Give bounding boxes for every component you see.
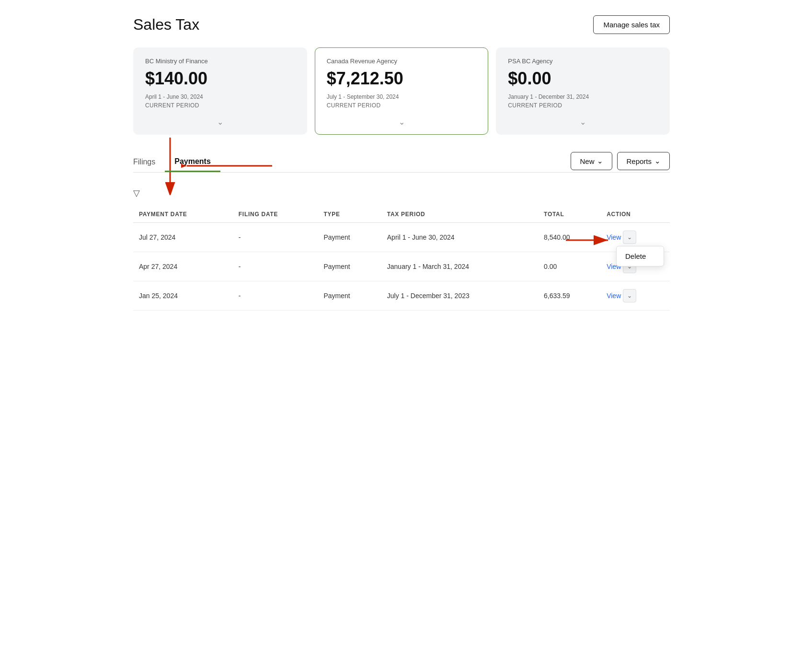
- delete-item-1[interactable]: Delete: [617, 246, 664, 266]
- tax-card-bc-ministry[interactable]: BC Ministry of Finance $140.00 April 1 -…: [133, 47, 307, 135]
- payments-table: PAYMENT DATE FILING DATE TYPE TAX PERIOD…: [133, 207, 670, 311]
- card-amount-1: $140.00: [145, 69, 295, 89]
- card-amount-3: $0.00: [508, 69, 658, 89]
- card-agency-2: Canada Revenue Agency: [327, 58, 477, 65]
- new-button-label: New: [580, 157, 594, 165]
- manage-sales-tax-button[interactable]: Manage sales tax: [593, 15, 670, 34]
- cell-type-3: Payment: [318, 281, 381, 311]
- action-dropdown-1: Delete: [616, 246, 664, 266]
- cell-tax-period-1: April 1 - June 30, 2024: [381, 223, 538, 252]
- card-chevron-3: ⌄: [508, 117, 658, 127]
- reports-chevron-icon: ⌄: [654, 157, 661, 165]
- card-period-2: July 1 - September 30, 2024 CURRENT PERI…: [327, 93, 477, 110]
- new-chevron-icon: ⌄: [597, 157, 603, 165]
- col-total: TOTAL: [538, 207, 601, 223]
- cell-total-1: 8,540.00: [538, 223, 601, 252]
- cell-payment-date-3: Jan 25, 2024: [133, 281, 233, 311]
- col-payment-date: PAYMENT DATE: [133, 207, 233, 223]
- cell-payment-date-2: Apr 27, 2024: [133, 252, 233, 281]
- table-row: Jan 25, 2024 - Payment July 1 - December…: [133, 281, 670, 311]
- view-link-1[interactable]: View: [607, 233, 621, 241]
- col-action: ACTION: [601, 207, 670, 223]
- cell-tax-period-2: January 1 - March 31, 2024: [381, 252, 538, 281]
- table-row: Apr 27, 2024 - Payment January 1 - March…: [133, 252, 670, 281]
- col-tax-period: TAX PERIOD: [381, 207, 538, 223]
- cell-filing-date-1: -: [233, 223, 318, 252]
- tax-agency-cards: BC Ministry of Finance $140.00 April 1 -…: [133, 47, 670, 135]
- reports-button[interactable]: Reports ⌄: [617, 152, 670, 170]
- cell-filing-date-3: -: [233, 281, 318, 311]
- action-buttons-area: New ⌄ Reports ⌄: [571, 152, 670, 170]
- page-title: Sales Tax: [133, 16, 199, 34]
- filter-icon[interactable]: ▽: [133, 188, 670, 198]
- cell-action-1: View ⌄ Delete: [601, 223, 670, 252]
- card-chevron-2: ⌄: [327, 117, 477, 127]
- cell-total-2: 0.00: [538, 252, 601, 281]
- table-row: Jul 27, 2024 - Payment April 1 - June 30…: [133, 223, 670, 252]
- card-chevron-1: ⌄: [145, 117, 295, 127]
- card-amount-2: $7,212.50: [327, 69, 477, 89]
- cell-tax-period-3: July 1 - December 31, 2023: [381, 281, 538, 311]
- cell-total-3: 6,633.59: [538, 281, 601, 311]
- view-link-3[interactable]: View: [607, 292, 621, 300]
- card-period-1: April 1 - June 30, 2024 CURRENT PERIOD: [145, 93, 295, 110]
- card-agency-3: PSA BC Agency: [508, 58, 658, 65]
- tab-payments[interactable]: Payments: [165, 153, 220, 172]
- col-filing-date: FILING DATE: [233, 207, 318, 223]
- tax-card-canada-revenue[interactable]: Canada Revenue Agency $7,212.50 July 1 -…: [315, 47, 489, 135]
- cell-type-2: Payment: [318, 252, 381, 281]
- tax-card-psa-bc[interactable]: PSA BC Agency $0.00 January 1 - December…: [496, 47, 670, 135]
- reports-button-label: Reports: [626, 157, 652, 165]
- cell-type-1: Payment: [318, 223, 381, 252]
- tabs-area: Filings Payments: [133, 153, 220, 172]
- col-type: TYPE: [318, 207, 381, 223]
- action-chevron-3[interactable]: ⌄: [623, 289, 636, 302]
- action-chevron-1[interactable]: ⌄: [623, 231, 636, 244]
- tab-filings[interactable]: Filings: [133, 154, 165, 172]
- card-agency-1: BC Ministry of Finance: [145, 58, 295, 65]
- card-period-3: January 1 - December 31, 2024 CURRENT PE…: [508, 93, 658, 110]
- cell-payment-date-1: Jul 27, 2024: [133, 223, 233, 252]
- cell-action-3: View ⌄: [601, 281, 670, 311]
- cell-filing-date-2: -: [233, 252, 318, 281]
- new-button[interactable]: New ⌄: [571, 152, 612, 170]
